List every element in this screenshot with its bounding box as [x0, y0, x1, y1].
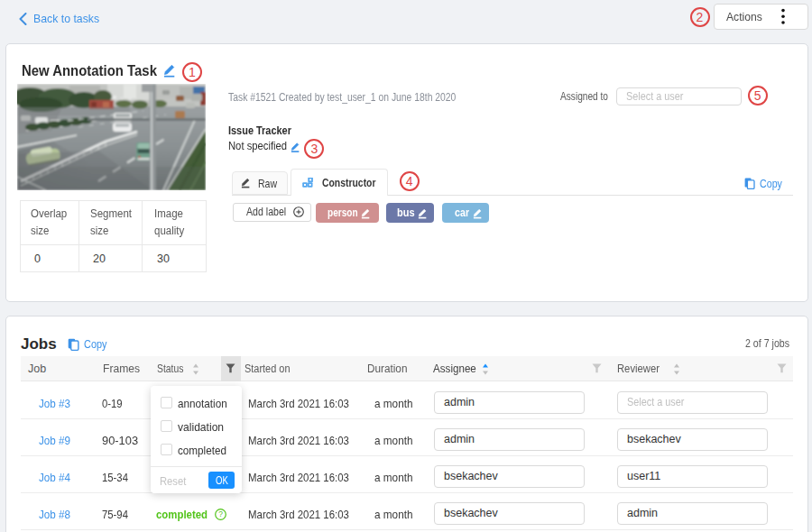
- svg-text:?: ?: [218, 509, 223, 518]
